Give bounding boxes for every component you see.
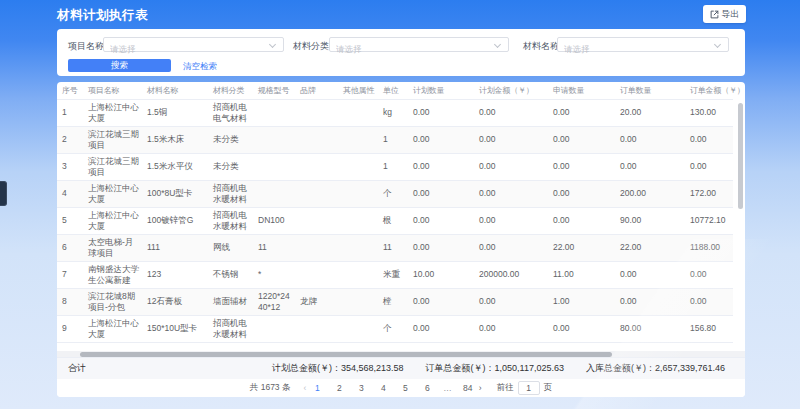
total-label: 订单总金额(￥)： [426, 363, 495, 373]
goto-suffix: 页 [544, 382, 553, 394]
table-cell: 0.00 [474, 180, 548, 207]
table-cell: 0.00 [685, 126, 733, 153]
material-name-label: 材料名称 [523, 40, 559, 53]
table-cell: 4 [57, 180, 83, 207]
column-header: 规格型号 [253, 82, 295, 99]
table-cell: 0.00 [685, 288, 733, 315]
table-scroll-area: 序号项目名称材料名称材料分类规格型号品牌其他属性单位计划数量计划金额（￥）申请数… [57, 82, 745, 351]
pagination-page-button[interactable]: 4 [377, 383, 389, 393]
goto-page-input[interactable] [518, 381, 540, 395]
table-cell [338, 180, 378, 207]
search-button[interactable]: 搜索 [68, 59, 171, 72]
table-cell [295, 126, 338, 153]
total-value: 1,050,117,025.63 [495, 363, 564, 373]
total-value: 2,657,339,761.46 [655, 363, 725, 373]
table-cell: 7 [57, 261, 83, 288]
table-row: 1上海松江中心大厦1.5铜招商机电电气材料kg0.000.000.0020.00… [57, 99, 733, 126]
sidebar-collapse-handle[interactable] [0, 181, 7, 206]
clear-search-link[interactable]: 清空检索 [183, 61, 217, 73]
pagination-page-button[interactable]: 1 [311, 383, 323, 393]
table-cell: 0.00 [548, 315, 615, 342]
table-cell: 200000.00 [474, 261, 548, 288]
pagination-page-button[interactable]: 2 [333, 383, 345, 393]
table-cell: 米重 [378, 261, 408, 288]
table-cell: 100*8U型卡 [142, 180, 208, 207]
pagination-page-button[interactable]: 84 [462, 383, 474, 393]
table-cell: 0.00 [408, 234, 474, 261]
project-name-label: 项目名称 [68, 40, 104, 53]
table-cell: 80.00 [615, 315, 685, 342]
total-value: 354,568,213.58 [341, 363, 404, 373]
total-item: 计划总金额(￥)：354,568,213.58 [272, 362, 404, 375]
column-header: 计划金额（￥） [474, 82, 548, 99]
table-cell [253, 180, 295, 207]
pagination-page-button[interactable]: 3 [355, 383, 367, 393]
table-cell: 上海松江中心大厦 [83, 99, 142, 126]
table-cell: * [253, 261, 295, 288]
column-header: 材料名称 [142, 82, 208, 99]
table-cell: 0.00 [408, 180, 474, 207]
table-cell [338, 288, 378, 315]
pagination-next-button[interactable]: › [479, 383, 482, 393]
table-cell: 0.00 [548, 180, 615, 207]
total-label: 计划总金额(￥)： [272, 363, 341, 373]
table-header-row: 序号项目名称材料名称材料分类规格型号品牌其他属性单位计划数量计划金额（￥）申请数… [57, 82, 733, 99]
table-cell: 0.00 [474, 315, 548, 342]
table-cell: 10.00 [408, 261, 474, 288]
table-cell: 1.5米水平仪 [142, 153, 208, 180]
table-cell [338, 207, 378, 234]
table-cell: 0.00 [548, 153, 615, 180]
table-cell: 0.00 [548, 99, 615, 126]
table-cell [338, 261, 378, 288]
total-item: 入库总金额(￥)：2,657,339,761.46 [586, 362, 725, 375]
export-button[interactable]: 导出 [703, 5, 746, 23]
table-cell [295, 315, 338, 342]
table-cell [253, 99, 295, 126]
pagination-prev-button[interactable]: ‹ [303, 383, 306, 393]
table-cell: 个 [378, 315, 408, 342]
column-header: 品牌 [295, 82, 338, 99]
vertical-scrollbar-thumb[interactable] [738, 103, 743, 209]
table-cell: 156.80 [685, 315, 733, 342]
table-cell: 22.00 [548, 234, 615, 261]
page-title: 材料计划执行表 [57, 7, 148, 24]
table-cell: 未分类 [208, 126, 253, 153]
table-cell: 2 [57, 126, 83, 153]
table-cell: 1.5铜 [142, 99, 208, 126]
project-name-select[interactable] [103, 37, 284, 52]
pagination-page-button[interactable]: 6 [421, 383, 433, 393]
table-cell: 0.00 [408, 126, 474, 153]
material-category-input[interactable] [336, 43, 496, 56]
table-cell: 个 [378, 180, 408, 207]
table-cell: 樘 [378, 288, 408, 315]
material-name-select[interactable] [557, 37, 729, 52]
table-cell: 11.00 [548, 261, 615, 288]
table-cell: 0.00 [474, 126, 548, 153]
table-cell [338, 234, 378, 261]
material-category-label: 材料分类 [293, 40, 329, 53]
column-header: 单位 [378, 82, 408, 99]
column-header: 序号 [57, 82, 83, 99]
table-cell [295, 207, 338, 234]
table-cell: 0.00 [408, 99, 474, 126]
material-category-select[interactable] [329, 37, 509, 52]
table-cell: 墙面辅材 [208, 288, 253, 315]
horizontal-scrollbar-thumb[interactable] [80, 352, 612, 357]
export-button-label: 导出 [722, 8, 740, 21]
table-cell: 招商机电水暖材料 [208, 207, 253, 234]
column-header: 其他属性 [338, 82, 378, 99]
table-cell: 111 [142, 234, 208, 261]
total-label: 入库总金额(￥)： [586, 363, 655, 373]
column-header: 订单数量 [615, 82, 685, 99]
table-row: 5上海松江中心大厦100镀锌管G招商机电水暖材料DN100根0.000.000.… [57, 207, 733, 234]
project-name-input[interactable] [110, 43, 271, 56]
column-header: 订单金额（￥） [685, 82, 733, 99]
material-name-input[interactable] [564, 43, 716, 56]
table-cell: 0.00 [548, 207, 615, 234]
table-cell: 150*10U型卡 [142, 315, 208, 342]
pagination-total: 共 1673 条 [250, 382, 291, 394]
pagination-page-button[interactable]: 5 [399, 383, 411, 393]
table-row: 2滨江花城三期项目1.5米木床未分类10.000.000.000.000.00 [57, 126, 733, 153]
table-cell [295, 234, 338, 261]
table-cell: 根 [378, 207, 408, 234]
